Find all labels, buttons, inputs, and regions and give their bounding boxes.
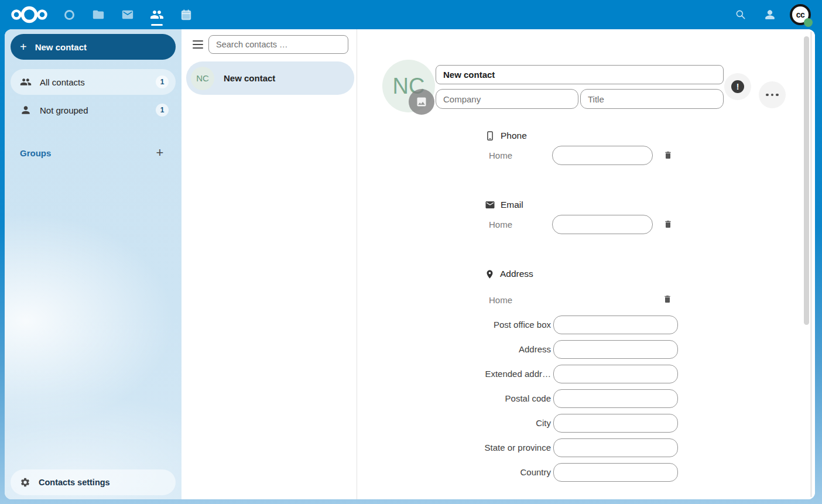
phone-section-header: Phone bbox=[485, 129, 527, 142]
new-contact-button-label: New contact bbox=[35, 42, 87, 52]
contact-details: NC Phone Home bbox=[358, 29, 815, 499]
contact-avatar: NC bbox=[191, 67, 214, 90]
new-contact-button[interactable]: + New contact bbox=[11, 34, 176, 60]
section-title: Phone bbox=[501, 131, 527, 141]
person-icon bbox=[20, 104, 32, 116]
people-icon bbox=[150, 8, 164, 22]
upload-photo-button[interactable] bbox=[409, 89, 434, 115]
sidebar-item-all-contacts[interactable]: All contacts 1 bbox=[11, 69, 176, 95]
unified-search-button[interactable] bbox=[728, 2, 754, 28]
delete-email-button[interactable] bbox=[659, 215, 677, 233]
email-input[interactable] bbox=[552, 215, 653, 234]
contacts-menu-button[interactable] bbox=[757, 2, 783, 28]
sidebar: + New contact All contacts 1 Not grouped… bbox=[5, 29, 181, 499]
trash-icon bbox=[663, 220, 673, 229]
add-group-button[interactable]: + bbox=[151, 144, 169, 162]
delete-phone-button[interactable] bbox=[659, 146, 677, 164]
address-section-header: Address bbox=[485, 268, 533, 280]
trash-icon bbox=[663, 294, 672, 304]
contact-name: New contact bbox=[224, 73, 275, 83]
email-section-header: Email bbox=[485, 198, 523, 211]
contact-name-input[interactable] bbox=[436, 65, 724, 84]
map-marker-icon bbox=[485, 269, 495, 279]
address-field-label: City bbox=[416, 414, 551, 433]
warning-button[interactable] bbox=[724, 73, 751, 100]
count-badge: 1 bbox=[156, 76, 169, 88]
email-type-label[interactable]: Home bbox=[489, 215, 547, 234]
calendar-icon bbox=[180, 8, 193, 21]
section-title: Email bbox=[501, 200, 523, 210]
address-field-label: Country bbox=[416, 463, 551, 482]
title-input[interactable] bbox=[580, 89, 724, 109]
contacts-settings-label: Contacts settings bbox=[39, 478, 110, 487]
extended-address-input[interactable] bbox=[553, 365, 678, 383]
online-status-dot bbox=[804, 18, 813, 27]
contacts-person-icon bbox=[763, 8, 776, 21]
post-office-box-input[interactable] bbox=[553, 316, 678, 334]
search-icon bbox=[735, 9, 746, 20]
address-field-label: Postal code bbox=[416, 389, 551, 408]
people-icon bbox=[20, 76, 32, 88]
postal-code-input[interactable] bbox=[553, 389, 678, 408]
circle-icon bbox=[64, 10, 74, 20]
address-field-label: State or province bbox=[416, 438, 551, 457]
user-avatar[interactable]: cc bbox=[790, 4, 811, 25]
company-input[interactable] bbox=[436, 89, 578, 109]
scrollbar-track bbox=[810, 32, 812, 497]
scrollbar-thumb[interactable] bbox=[804, 36, 809, 325]
app-mail-button[interactable] bbox=[115, 2, 141, 28]
active-app-indicator bbox=[151, 24, 163, 26]
groups-header: Groups + bbox=[11, 144, 176, 162]
folder-icon bbox=[92, 8, 105, 21]
trash-icon bbox=[663, 150, 673, 160]
sidebar-item-label: All contacts bbox=[40, 77, 148, 87]
gear-icon bbox=[20, 477, 30, 488]
contacts-settings-button[interactable]: Contacts settings bbox=[11, 469, 176, 495]
groups-heading: Groups bbox=[20, 148, 151, 158]
address-type-label[interactable]: Home bbox=[489, 290, 547, 310]
app-content: + New contact All contacts 1 Not grouped… bbox=[5, 29, 815, 499]
topbar: cc bbox=[0, 0, 822, 29]
address-input[interactable] bbox=[553, 340, 678, 359]
phone-icon bbox=[485, 131, 495, 141]
state-province-input[interactable] bbox=[553, 438, 678, 457]
city-input[interactable] bbox=[553, 414, 678, 433]
phone-type-label[interactable]: Home bbox=[489, 146, 547, 165]
section-title: Address bbox=[500, 269, 533, 279]
sidebar-item-label: Not grouped bbox=[40, 105, 148, 115]
address-field-label: Address bbox=[416, 340, 551, 359]
address-field-label: Post office box bbox=[416, 316, 551, 334]
sidebar-item-not-grouped[interactable]: Not grouped 1 bbox=[11, 97, 176, 123]
nextcloud-logo-icon[interactable] bbox=[11, 5, 48, 25]
exclamation-icon bbox=[731, 80, 744, 93]
mail-icon bbox=[121, 8, 134, 21]
image-icon bbox=[416, 96, 427, 108]
app-files-button[interactable] bbox=[85, 2, 111, 28]
phone-input[interactable] bbox=[552, 146, 653, 165]
address-field-label: Extended addr… bbox=[416, 365, 551, 383]
app-contacts-button[interactable] bbox=[144, 2, 170, 28]
country-input[interactable] bbox=[553, 463, 678, 482]
nextcloud-contacts-app: cc + New contact All contacts 1 Not grou… bbox=[0, 0, 822, 504]
delete-address-button[interactable] bbox=[659, 290, 676, 308]
toggle-navigation-button[interactable] bbox=[190, 36, 206, 53]
search-contacts-input[interactable] bbox=[208, 35, 348, 54]
plus-icon: + bbox=[20, 41, 27, 53]
app-calendar-button[interactable] bbox=[173, 2, 199, 28]
contact-list-column: NC New contact bbox=[181, 29, 357, 499]
ellipsis-icon bbox=[766, 94, 769, 97]
contact-list-item[interactable]: NC New contact bbox=[186, 61, 354, 95]
hamburger-icon bbox=[193, 40, 203, 42]
app-circle-button[interactable] bbox=[56, 2, 82, 28]
count-badge: 1 bbox=[156, 104, 169, 116]
email-icon bbox=[485, 200, 495, 210]
more-actions-button[interactable] bbox=[759, 81, 786, 108]
